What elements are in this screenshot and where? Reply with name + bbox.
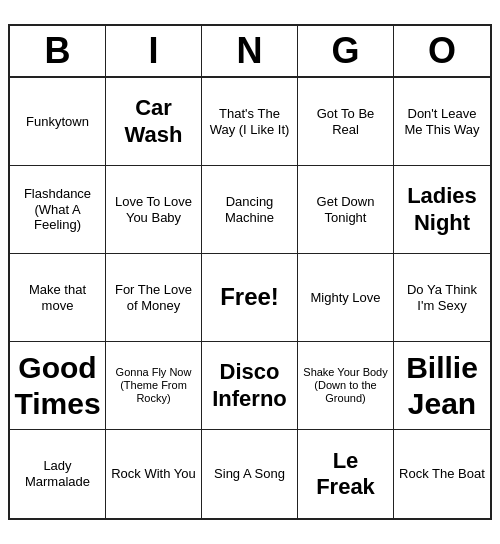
bingo-cell[interactable]: Good Times bbox=[10, 342, 106, 430]
bingo-cell[interactable]: Love To Love You Baby bbox=[106, 166, 202, 254]
bingo-cell[interactable]: Rock With You bbox=[106, 430, 202, 518]
bingo-cell[interactable]: Ladies Night bbox=[394, 166, 490, 254]
bingo-cell[interactable]: Don't Leave Me This Way bbox=[394, 78, 490, 166]
bingo-cell[interactable]: Dancing Machine bbox=[202, 166, 298, 254]
bingo-cell[interactable]: Got To Be Real bbox=[298, 78, 394, 166]
bingo-cell[interactable]: That's The Way (I Like It) bbox=[202, 78, 298, 166]
bingo-cell[interactable]: Le Freak bbox=[298, 430, 394, 518]
bingo-cell[interactable]: Mighty Love bbox=[298, 254, 394, 342]
bingo-cell[interactable]: Funkytown bbox=[10, 78, 106, 166]
bingo-cell[interactable]: Make that move bbox=[10, 254, 106, 342]
bingo-cell[interactable]: Lady Marmalade bbox=[10, 430, 106, 518]
bingo-cell[interactable]: Gonna Fly Now (Theme From Rocky) bbox=[106, 342, 202, 430]
header-letter: N bbox=[202, 26, 298, 76]
bingo-header: BINGO bbox=[10, 26, 490, 78]
header-letter: G bbox=[298, 26, 394, 76]
bingo-card: BINGO FunkytownCar WashThat's The Way (I… bbox=[8, 24, 492, 520]
bingo-cell[interactable]: Car Wash bbox=[106, 78, 202, 166]
bingo-cell[interactable]: Shake Your Body (Down to the Ground) bbox=[298, 342, 394, 430]
header-letter: O bbox=[394, 26, 490, 76]
bingo-cell[interactable]: Free! bbox=[202, 254, 298, 342]
header-letter: B bbox=[10, 26, 106, 76]
bingo-cell[interactable]: Get Down Tonight bbox=[298, 166, 394, 254]
bingo-cell[interactable]: Sing A Song bbox=[202, 430, 298, 518]
bingo-cell[interactable]: Do Ya Think I'm Sexy bbox=[394, 254, 490, 342]
header-letter: I bbox=[106, 26, 202, 76]
bingo-cell[interactable]: Disco Inferno bbox=[202, 342, 298, 430]
bingo-grid: FunkytownCar WashThat's The Way (I Like … bbox=[10, 78, 490, 518]
bingo-cell[interactable]: Rock The Boat bbox=[394, 430, 490, 518]
bingo-cell[interactable]: Flashdance (What A Feeling) bbox=[10, 166, 106, 254]
bingo-cell[interactable]: For The Love of Money bbox=[106, 254, 202, 342]
bingo-cell[interactable]: Billie Jean bbox=[394, 342, 490, 430]
